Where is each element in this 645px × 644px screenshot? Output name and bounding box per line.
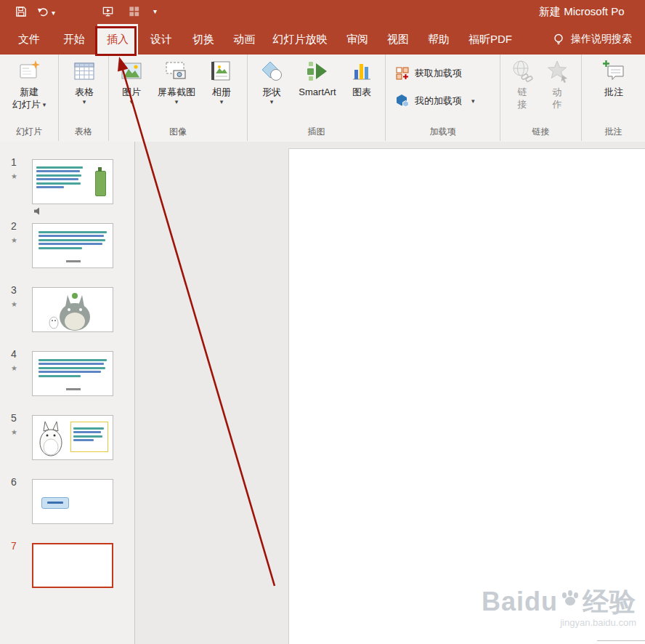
save-icon[interactable] xyxy=(15,5,28,18)
tab-view[interactable]: 视图 xyxy=(378,24,418,55)
watermark-brand: Baidu xyxy=(482,589,558,615)
button-label: 形状 xyxy=(262,86,281,98)
group-illustrations: 形状 ▾ SmartArt 图表 xyxy=(248,55,386,141)
slide-number: 7 xyxy=(11,540,17,552)
get-addins-button[interactable]: 获取加载项 xyxy=(395,64,462,83)
shapes-button[interactable]: 形状 ▾ xyxy=(253,59,290,105)
button-label: 我的加载项 xyxy=(415,94,462,108)
thumb-title-line xyxy=(66,388,81,390)
text-box xyxy=(70,422,108,452)
button-label: 接 xyxy=(518,98,527,110)
dropdown-icon: ▾ xyxy=(83,98,86,105)
slide-thumbnail-3[interactable] xyxy=(32,287,113,332)
undo-dropdown-icon[interactable]: ▾ xyxy=(52,9,55,17)
group-label: 插图 xyxy=(248,126,385,138)
bottle-image xyxy=(95,171,106,196)
slide-number: 2 xyxy=(11,220,17,232)
group-tables: 表格 ▾ 表格 xyxy=(59,55,109,141)
button-label: 批注 xyxy=(604,86,623,98)
comment-button[interactable]: 批注 xyxy=(598,59,630,98)
table-button[interactable]: 表格 ▾ xyxy=(68,59,101,105)
animation-star-icon: ★ xyxy=(11,300,17,308)
button-label: 幻灯片 xyxy=(12,98,41,110)
table-icon xyxy=(72,59,97,84)
tab-animations[interactable]: 动画 xyxy=(224,24,264,55)
totoro-outline-image xyxy=(33,416,69,459)
slide-thumbnail-7[interactable] xyxy=(32,543,113,588)
dropdown-icon: ▾ xyxy=(130,98,134,105)
chart-icon xyxy=(349,59,374,84)
lightbulb-icon xyxy=(552,33,565,46)
watermark-suffix: 经验 xyxy=(583,589,636,615)
thumb-title-line xyxy=(66,260,81,262)
tab-help[interactable]: 帮助 xyxy=(418,24,459,55)
start-slideshow-icon[interactable] xyxy=(102,5,115,18)
button-label: 动 xyxy=(553,86,562,98)
slide-thumbnail-1[interactable] xyxy=(32,159,113,204)
customize-qat-icon[interactable]: ▾ xyxy=(153,8,157,15)
tab-review[interactable]: 审阅 xyxy=(337,24,378,55)
watermark: Baidu 经验 jingyan.baidu.com xyxy=(482,587,636,628)
button-label: 图表 xyxy=(352,86,371,98)
my-addins-button[interactable]: 我的加载项 ▾ xyxy=(395,92,475,110)
tab-file[interactable]: 文件 xyxy=(9,24,49,55)
group-images: 图片 ▾ 屏幕截图 ▾ 相册 xyxy=(109,55,248,141)
new-slide-button[interactable]: 新建 幻灯片 ▾ xyxy=(6,59,52,110)
group-label: 幻灯片 xyxy=(0,126,58,138)
blue-button-shape xyxy=(41,497,69,509)
search-label: 操作说明搜索 xyxy=(571,33,632,46)
powerpoint-window: ▾ ▾ 新建 Microsoft Po 文件 开始 插入 设计 切换 动画 幻灯… xyxy=(0,0,645,644)
tab-insert[interactable]: 插入 xyxy=(97,24,138,55)
group-slides: 新建 幻灯片 ▾ 幻灯片 xyxy=(0,55,59,141)
paw-icon xyxy=(559,587,581,609)
store-icon xyxy=(395,66,410,81)
touch-mode-icon[interactable] xyxy=(128,5,141,18)
slide-number: 4 xyxy=(11,348,17,360)
chart-button[interactable]: 图表 xyxy=(345,59,378,98)
slide-number: 6 xyxy=(11,476,17,488)
screenshot-icon xyxy=(164,59,189,84)
new-slide-icon xyxy=(17,59,41,84)
slide-thumbnail-6[interactable] xyxy=(32,479,113,524)
button-label: 相册 xyxy=(212,86,231,98)
dropdown-icon: ▾ xyxy=(471,97,475,105)
animation-star-icon: ★ xyxy=(11,236,17,244)
tell-me-search[interactable]: 操作说明搜索 xyxy=(552,24,632,55)
tab-slideshow[interactable]: 幻灯片放映 xyxy=(264,24,336,55)
slide-edge-line xyxy=(597,640,645,641)
pictures-button[interactable]: 图片 ▾ xyxy=(115,59,148,105)
group-label: 加载项 xyxy=(386,126,500,138)
dropdown-icon: ▾ xyxy=(270,98,274,105)
slide-thumbnail-pane: 1 ★ 2 ★ xyxy=(0,142,135,644)
slide-thumbnail-2[interactable] xyxy=(32,223,113,268)
totoro-image xyxy=(33,288,113,331)
tab-home[interactable]: 开始 xyxy=(54,24,94,55)
my-addins-icon xyxy=(395,94,410,108)
picture-icon xyxy=(119,59,144,84)
slide-thumbnail-4[interactable] xyxy=(32,351,113,396)
animation-star-icon: ★ xyxy=(11,364,17,372)
animation-star-icon: ★ xyxy=(11,172,17,180)
watermark-url: jingyan.baidu.com xyxy=(482,617,636,628)
tab-design[interactable]: 设计 xyxy=(141,24,182,55)
photo-album-button[interactable]: 相册 ▾ xyxy=(205,59,238,105)
slide-editing-surface[interactable] xyxy=(288,148,645,644)
ribbon: 新建 幻灯片 ▾ 幻灯片 表格 xyxy=(0,55,645,142)
undo-icon[interactable] xyxy=(36,5,49,18)
button-label: 表格 xyxy=(75,86,94,98)
button-label: 图片 xyxy=(122,86,141,98)
comment-icon xyxy=(601,59,626,84)
screenshot-button[interactable]: 屏幕截图 ▾ xyxy=(153,59,200,105)
button-label: 链 xyxy=(518,86,527,98)
tab-transitions[interactable]: 切换 xyxy=(183,24,224,55)
smartart-button[interactable]: SmartArt xyxy=(293,59,342,98)
slide-thumbnail-5[interactable] xyxy=(32,415,113,460)
button-label: 新建 xyxy=(20,86,38,98)
action-button[interactable]: 动 作 xyxy=(543,59,572,110)
button-label: SmartArt xyxy=(299,86,336,98)
group-links: 链 接 动 作 链接 xyxy=(500,55,582,141)
audio-icon[interactable] xyxy=(34,207,42,215)
link-button[interactable]: 链 接 xyxy=(508,59,537,110)
bottle-cap xyxy=(98,167,102,172)
tab-foxit-pdf[interactable]: 福昕PDF xyxy=(461,24,520,55)
